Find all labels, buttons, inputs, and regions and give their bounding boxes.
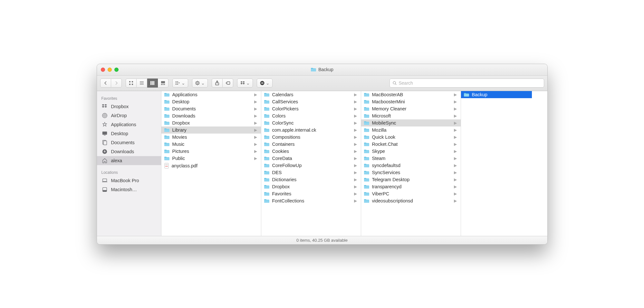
file-row[interactable]: ViberPC▶ xyxy=(361,190,461,197)
sidebar-item-desktop[interactable]: Desktop xyxy=(97,129,161,138)
file-row[interactable]: com.apple.internal.ck▶ xyxy=(261,126,361,134)
file-row[interactable]: MobileSync▶ xyxy=(361,119,461,126)
file-row[interactable]: CallServices▶ xyxy=(261,98,361,105)
file-row[interactable]: CoreData▶ xyxy=(261,155,361,162)
file-label: Music xyxy=(172,142,252,147)
file-row[interactable]: syncdefaultsd▶ xyxy=(361,162,461,169)
sidebar-item-macbook-pro[interactable]: MacBook Pro xyxy=(97,176,161,185)
svg-rect-20 xyxy=(177,81,178,82)
sidebar-item-documents[interactable]: Documents xyxy=(97,138,161,147)
sidebar-item-macintosh-[interactable]: Macintosh… xyxy=(97,185,161,194)
file-row[interactable]: Rocket.Chat▶ xyxy=(361,141,461,148)
column-3[interactable]: Backup xyxy=(461,91,532,236)
sidebar-item-applications[interactable]: Applications xyxy=(97,120,161,129)
search-input[interactable] xyxy=(399,80,541,86)
file-row[interactable]: Dropbox▶ xyxy=(261,183,361,190)
file-row[interactable]: Dropbox▶ xyxy=(161,119,261,126)
chevron-right-icon: ▶ xyxy=(354,128,358,132)
file-row[interactable]: Downloads▶ xyxy=(161,112,261,119)
column-view-button[interactable] xyxy=(147,79,158,88)
column-1[interactable]: Calendars▶CallServices▶ColorPickers▶Colo… xyxy=(261,91,361,236)
file-row[interactable]: Applications▶ xyxy=(161,91,261,98)
close-button[interactable] xyxy=(101,68,105,72)
file-row[interactable]: ColorPickers▶ xyxy=(261,105,361,112)
sidebar-item-downloads[interactable]: Downloads xyxy=(97,147,161,156)
file-row[interactable]: Cookies▶ xyxy=(261,148,361,155)
file-row[interactable]: Skype▶ xyxy=(361,148,461,155)
file-row[interactable]: Backup xyxy=(461,91,532,98)
file-row[interactable]: ColorSync▶ xyxy=(261,119,361,126)
file-row[interactable]: FontCollections▶ xyxy=(261,197,361,204)
airdrop-icon xyxy=(101,113,108,118)
file-row[interactable]: DES▶ xyxy=(261,169,361,176)
back-button[interactable] xyxy=(100,79,111,88)
file-label: com.apple.internal.ck xyxy=(272,127,351,133)
chevron-right-icon: ▶ xyxy=(254,149,258,154)
sidebar-item-dropbox[interactable]: Dropbox xyxy=(97,102,161,111)
file-row[interactable]: Public▶ xyxy=(161,155,261,162)
file-row[interactable]: Favorites▶ xyxy=(261,190,361,197)
file-row[interactable]: Containers▶ xyxy=(261,141,361,148)
file-label: Memory Cleaner xyxy=(372,106,451,111)
share-button[interactable] xyxy=(212,79,223,88)
svg-point-41 xyxy=(104,115,105,116)
file-row[interactable]: Telegram Desktop▶ xyxy=(361,176,461,183)
file-row[interactable]: Microsoft▶ xyxy=(361,112,461,119)
svg-rect-11 xyxy=(150,81,151,85)
file-row[interactable]: MacBoosterAB▶ xyxy=(361,91,461,98)
folder-icon xyxy=(364,135,370,139)
file-row[interactable]: anyclass.pdf xyxy=(161,162,261,170)
file-row[interactable]: Movies▶ xyxy=(161,134,261,141)
file-row[interactable]: Memory Cleaner▶ xyxy=(361,105,461,112)
chevron-right-icon: ▶ xyxy=(454,128,458,132)
chevron-right-icon: ▶ xyxy=(254,114,258,118)
search-icon xyxy=(392,81,397,85)
file-row[interactable]: SyncServices▶ xyxy=(361,169,461,176)
file-row[interactable]: transparencyd▶ xyxy=(361,183,461,190)
fullscreen-button[interactable] xyxy=(114,68,119,72)
file-label: Containers xyxy=(272,142,351,147)
file-row[interactable]: Library▶ xyxy=(161,126,261,134)
sidebar-item-alexa[interactable]: alexa xyxy=(97,156,161,165)
sidebar-item-label: Dropbox xyxy=(111,104,129,109)
file-row[interactable]: Dictionaries▶ xyxy=(261,176,361,183)
file-label: Steam xyxy=(372,156,451,161)
column-2[interactable]: MacBoosterAB▶MacboosterMini▶Memory Clean… xyxy=(361,91,461,236)
folder-icon xyxy=(164,142,170,146)
action-button[interactable]: ⌄ xyxy=(192,79,208,88)
file-row[interactable]: videosubscriptionsd▶ xyxy=(361,197,461,204)
list-view-button[interactable] xyxy=(137,79,147,88)
tags-button[interactable] xyxy=(223,79,233,88)
file-row[interactable]: CoreFollowUp▶ xyxy=(261,162,361,169)
chevron-right-icon: ▶ xyxy=(254,156,258,161)
downloads-icon xyxy=(101,149,108,154)
gallery-view-button[interactable] xyxy=(158,79,168,88)
minimize-button[interactable] xyxy=(108,68,112,72)
privacy-button[interactable]: ⌄ xyxy=(257,79,273,88)
column-0[interactable]: Applications▶Desktop▶Documents▶Downloads… xyxy=(161,91,261,236)
sidebar-item-label: Applications xyxy=(111,122,136,127)
file-row[interactable]: Quick Look▶ xyxy=(361,134,461,141)
file-row[interactable]: Desktop▶ xyxy=(161,98,261,105)
folder-icon xyxy=(164,114,170,118)
file-row[interactable]: Steam▶ xyxy=(361,155,461,162)
file-row[interactable]: Calendars▶ xyxy=(261,91,361,98)
folder-icon xyxy=(364,142,370,146)
chevron-right-icon: ▶ xyxy=(454,199,458,203)
file-row[interactable]: Documents▶ xyxy=(161,105,261,112)
file-row[interactable]: Compositions▶ xyxy=(261,134,361,141)
dropbox-button[interactable]: ⌄ xyxy=(237,79,253,88)
file-row[interactable]: Music▶ xyxy=(161,141,261,148)
forward-button[interactable] xyxy=(111,79,122,88)
file-row[interactable]: Mozilla▶ xyxy=(361,126,461,134)
arrange-button[interactable]: ⌄ xyxy=(172,79,188,88)
folder-icon xyxy=(164,121,170,125)
file-label: Desktop xyxy=(172,99,252,104)
search-field[interactable] xyxy=(389,79,544,88)
file-row[interactable]: MacboosterMini▶ xyxy=(361,98,461,105)
file-label: Skype xyxy=(372,149,451,154)
sidebar-item-airdrop[interactable]: AirDrop xyxy=(97,111,161,120)
file-row[interactable]: Colors▶ xyxy=(261,112,361,119)
file-row[interactable]: Pictures▶ xyxy=(161,148,261,155)
icon-view-button[interactable] xyxy=(126,79,137,88)
